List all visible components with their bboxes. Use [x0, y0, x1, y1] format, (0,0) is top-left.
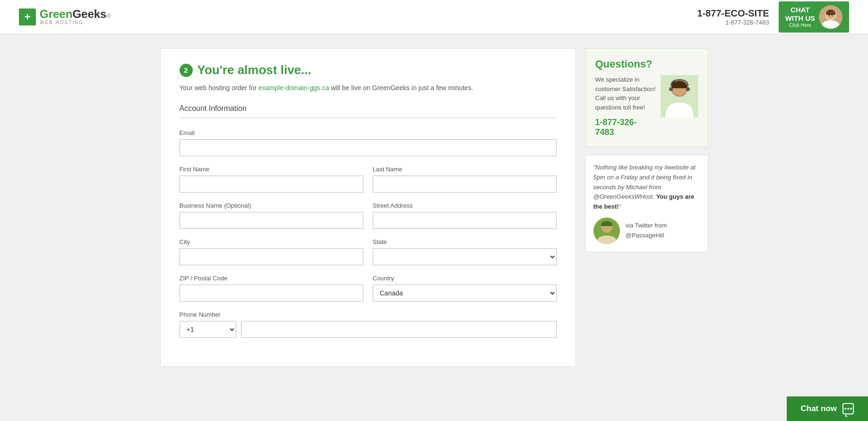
phone-info: 1-877-ECO-SITE 1-877-326-7483 — [697, 8, 769, 26]
chat-avatar — [819, 5, 842, 29]
first-name-input[interactable] — [180, 176, 363, 193]
logo: + GreenGeeks® WEB HOSTING — [19, 8, 111, 25]
chat-header-button[interactable]: CHAT WITH US Click Here — [779, 1, 849, 33]
logo-text: GreenGeeks® WEB HOSTING — [40, 8, 111, 25]
last-name-label: Last Name — [373, 166, 557, 173]
phone-code-select[interactable]: +1 +44 +61 — [180, 321, 236, 338]
section-divider — [180, 118, 557, 118]
zip-input[interactable] — [180, 285, 363, 302]
chat-label-3: Click Here — [785, 23, 815, 28]
questions-text: We specialize in customer Satisfaction! … — [595, 75, 656, 112]
phone-alt: 1-877-326-7483 — [697, 19, 769, 26]
step-title: You're almost live... — [198, 63, 311, 77]
logo-sub: WEB HOSTING — [40, 20, 111, 25]
testimonial-text: "Nothing like breaking my #website at 5p… — [593, 163, 700, 212]
phone-group: Phone Number +1 +44 +61 — [180, 311, 557, 338]
country-label: Country — [373, 275, 557, 282]
section-label-account: Account Information — [180, 104, 557, 113]
street-address-group: Street Address — [373, 202, 557, 229]
testimonial-box: "Nothing like breaking my #website at 5p… — [585, 155, 708, 252]
questions-box: Questions? We specialize in customer Sat… — [585, 48, 708, 147]
email-row: Email — [180, 129, 557, 156]
first-name-label: First Name — [180, 166, 363, 173]
city-label: City — [180, 238, 363, 245]
questions-title: Questions? — [595, 58, 698, 70]
state-label: State — [373, 238, 557, 245]
city-input[interactable] — [180, 248, 363, 265]
street-address-label: Street Address — [373, 202, 557, 209]
step-heading: 2 You're almost live... — [180, 63, 557, 77]
chat-label-2: WITH US — [785, 14, 815, 23]
testimonial-author: via Twitter from @PassageHill — [593, 218, 700, 244]
last-name-input[interactable] — [373, 176, 557, 193]
phone-number-group — [241, 321, 557, 338]
zip-label: ZIP / Postal Code — [180, 275, 363, 282]
phone-number-input[interactable] — [241, 321, 557, 338]
business-name-group: Business Name (Optional) — [180, 202, 363, 229]
logo-name: GreenGeeks® — [40, 8, 111, 20]
step-description: Your web hosting order for example-domai… — [180, 83, 557, 93]
email-input[interactable] — [180, 139, 557, 156]
phone-code-group: +1 +44 +61 — [180, 321, 236, 338]
svg-point-3 — [831, 14, 833, 16]
svg-point-8 — [669, 87, 673, 91]
author-info: via Twitter from @PassageHill — [626, 221, 667, 241]
questions-text-block: We specialize in customer Satisfaction! … — [595, 75, 656, 137]
city-state-row: City State — [180, 238, 557, 265]
phone-inputs: +1 +44 +61 — [180, 321, 557, 338]
business-name-input[interactable] — [180, 212, 363, 229]
phone-label: Phone Number — [180, 311, 557, 318]
logo-icon: + — [19, 8, 36, 25]
step-desc-suffix: will be live on GreenGeeks in just a few… — [329, 84, 473, 92]
phone-row: Phone Number +1 +44 +61 — [180, 311, 557, 338]
step-number: 2 — [180, 64, 193, 77]
domain-link[interactable]: example-domain-ggs.ca — [258, 84, 329, 92]
testimonial-bold: You guys are the best! — [593, 193, 695, 210]
state-group: State — [373, 238, 557, 265]
city-group: City — [180, 238, 363, 265]
svg-point-2 — [828, 14, 830, 16]
testimonial-handle: @PassageHill — [626, 231, 667, 241]
step-desc-prefix: Your web hosting order for — [180, 84, 259, 92]
state-select[interactable] — [373, 248, 557, 265]
street-address-input[interactable] — [373, 212, 557, 229]
svg-point-9 — [686, 87, 690, 91]
header-right: 1-877-ECO-SITE 1-877-326-7483 CHAT WITH … — [697, 1, 849, 33]
name-row: First Name Last Name — [180, 166, 557, 193]
support-avatar — [661, 75, 698, 118]
first-name-group: First Name — [180, 166, 363, 193]
chat-btn-text: CHAT WITH US Click Here — [785, 6, 815, 28]
business-street-row: Business Name (Optional) Street Address — [180, 202, 557, 229]
country-group: Country Canada United States United King… — [373, 275, 557, 302]
testimonial-avatar — [593, 218, 620, 244]
main-content: 2 You're almost live... Your web hosting… — [151, 48, 718, 367]
questions-phone: 1-877-326-7483 — [595, 118, 656, 137]
business-name-label: Business Name (Optional) — [180, 202, 363, 209]
questions-content: We specialize in customer Satisfaction! … — [595, 75, 698, 137]
testimonial-quote-text: "Nothing like breaking my #website at 5p… — [593, 164, 696, 210]
email-label: Email — [180, 129, 557, 136]
sidebar: Questions? We specialize in customer Sat… — [585, 48, 708, 252]
phone-main: 1-877-ECO-SITE — [697, 8, 769, 19]
country-select[interactable]: Canada United States United Kingdom Aust… — [373, 285, 557, 302]
zip-country-row: ZIP / Postal Code Country Canada United … — [180, 275, 557, 302]
testimonial-source: via Twitter from — [626, 221, 667, 231]
form-area: 2 You're almost live... Your web hosting… — [160, 48, 576, 367]
chat-label-1: CHAT — [785, 6, 815, 14]
last-name-group: Last Name — [373, 166, 557, 193]
zip-group: ZIP / Postal Code — [180, 275, 363, 302]
site-header: + GreenGeeks® WEB HOSTING 1-877-ECO-SITE… — [0, 0, 868, 34]
email-group: Email — [180, 129, 557, 156]
